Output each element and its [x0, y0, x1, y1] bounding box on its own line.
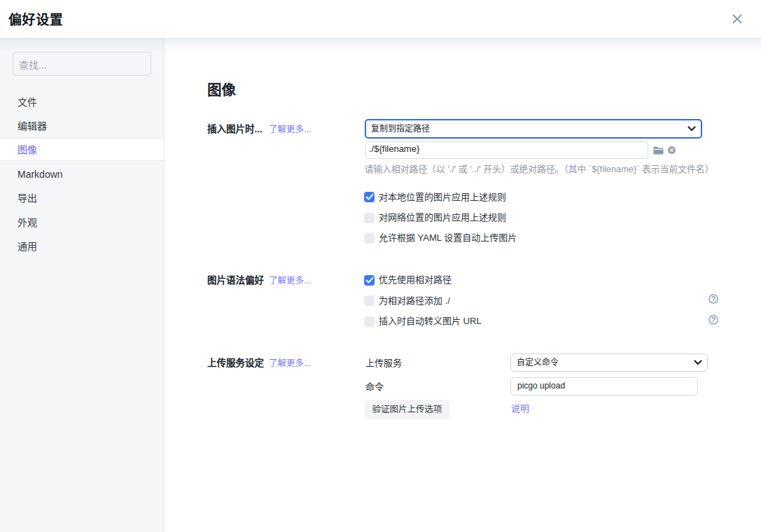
svg-text:?: ?	[711, 316, 715, 324]
svg-text:?: ?	[711, 295, 715, 303]
